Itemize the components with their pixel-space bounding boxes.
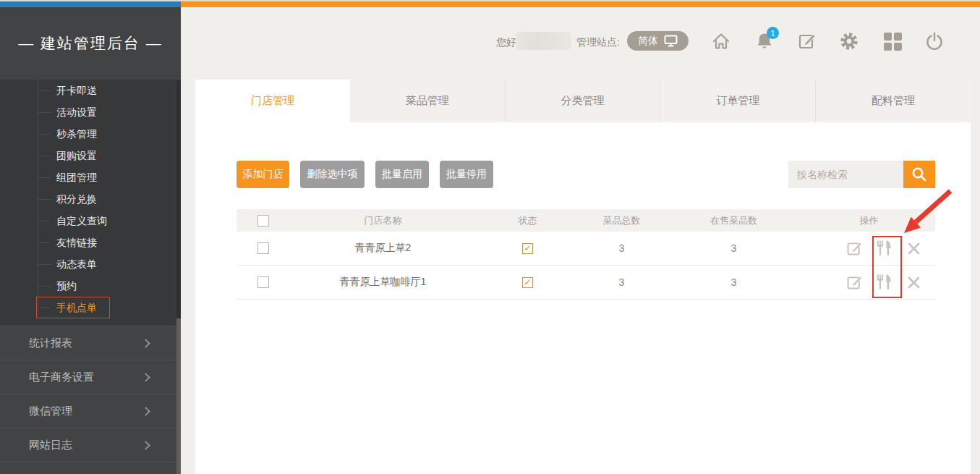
sidebar-submenu: 开卡即送 活动设置 秒杀管理 团购设置 组团管理 积分兑换 自定义查询 友情链接… <box>0 80 181 326</box>
sidebar-scrollbar-thumb[interactable] <box>176 318 181 474</box>
edit-icon[interactable] <box>845 273 864 292</box>
select-all-checkbox[interactable] <box>257 215 269 227</box>
sidebar-item-group-buy[interactable]: 团购设置 <box>0 145 181 166</box>
row-checkbox[interactable] <box>257 242 269 254</box>
section-label: 统计报表 <box>29 337 72 350</box>
header-status: 状态 <box>477 214 579 227</box>
store-name: 青青原上草咖啡厅1 <box>289 276 477 289</box>
dishes-fork-knife-icon[interactable] <box>874 239 893 258</box>
app-window: — 建站管理后台 — 开卡即送 活动设置 秒杀管理 团购设置 组团管理 积分兑换… <box>0 0 980 474</box>
store-name: 青青原上草2 <box>289 242 477 255</box>
sidebar-accent-bar <box>0 1 181 7</box>
header-onsale-count: 在售菜品数 <box>665 214 803 227</box>
sidebar-item-mobile-ordering[interactable]: 手机点单 <box>0 297 181 318</box>
chevron-right-icon <box>141 339 150 348</box>
chevron-right-icon <box>141 407 150 416</box>
monitor-icon <box>664 35 678 47</box>
header-actions: 操作 <box>803 214 935 227</box>
language-label: 简体 <box>638 35 658 48</box>
sidebar-section-wechat[interactable]: 微信管理 <box>0 394 181 428</box>
sidebar-sections: 统计报表 电子商务设置 微信管理 网站日志 <box>0 326 181 474</box>
power-logout-icon[interactable] <box>924 31 945 51</box>
section-label: 网站日志 <box>29 439 72 452</box>
sidebar: — 建站管理后台 — 开卡即送 活动设置 秒杀管理 团购设置 组团管理 积分兑换… <box>0 7 181 474</box>
sidebar-item-reservation[interactable]: 预约 <box>0 275 181 297</box>
section-label: 微信管理 <box>29 405 72 418</box>
status-checkbox-checked[interactable]: ✓ <box>522 243 533 254</box>
delete-x-icon[interactable] <box>904 239 923 258</box>
sidebar-section-ecommerce[interactable]: 电子商务设置 <box>0 360 181 394</box>
batch-disable-button[interactable]: 批量停用 <box>440 161 493 188</box>
tab-order-management[interactable]: 订单管理 <box>660 80 815 122</box>
compose-edit-icon[interactable] <box>797 31 817 51</box>
tab-bar: 门店管理 菜品管理 分类管理 订单管理 配料管理 <box>195 80 971 122</box>
main-accent-bar <box>181 1 980 7</box>
table-header: 门店名称 状态 菜品总数 在售菜品数 操作 <box>237 209 935 232</box>
language-site-button[interactable]: 简体 <box>627 31 689 51</box>
sidebar-item-points-exchange[interactable]: 积分兑换 <box>0 188 181 210</box>
app-title: — 建站管理后台 — <box>0 7 181 80</box>
apps-grid-icon[interactable] <box>882 31 903 51</box>
chevron-right-icon <box>141 373 150 382</box>
tab-category-management[interactable]: 分类管理 <box>505 80 660 122</box>
dishes-fork-knife-icon[interactable] <box>874 273 893 292</box>
sidebar-item-friend-links[interactable]: 友情链接 <box>0 232 181 253</box>
sidebar-item-activity-settings[interactable]: 活动设置 <box>0 101 181 123</box>
dish-total: 3 <box>579 276 665 288</box>
row-checkbox[interactable] <box>257 276 269 288</box>
sidebar-scrollbar-track <box>176 80 181 326</box>
sidebar-item-custom-query[interactable]: 自定义查询 <box>0 210 181 232</box>
header-dish-total: 菜品总数 <box>579 214 665 227</box>
notification-badge: 1 <box>767 27 779 39</box>
sidebar-item-group-manage[interactable]: 组团管理 <box>0 166 181 188</box>
edit-icon[interactable] <box>845 239 864 258</box>
search-icon <box>911 166 927 182</box>
status-checkbox-checked[interactable]: ✓ <box>522 277 533 288</box>
batch-enable-button[interactable]: 批量启用 <box>375 161 429 188</box>
table-row: 青青原上草2 ✓ 3 3 <box>237 232 935 266</box>
sidebar-item-flash-sale[interactable]: 秒杀管理 <box>0 123 181 145</box>
section-spacer <box>0 462 181 474</box>
search-button[interactable] <box>903 161 935 188</box>
table-row: 青青原上草咖啡厅1 ✓ 3 3 <box>237 266 935 300</box>
dish-total: 3 <box>579 242 665 254</box>
site-label: 管理站点: <box>576 36 620 49</box>
chevron-right-icon <box>141 441 150 450</box>
delete-x-icon[interactable] <box>904 273 923 292</box>
header-store-name: 门店名称 <box>289 214 477 227</box>
sidebar-item-dynamic-forms[interactable]: 动态表单 <box>0 253 181 275</box>
username-redacted <box>516 32 571 50</box>
add-store-button[interactable]: 添加门店 <box>237 161 289 188</box>
sidebar-section-statistics[interactable]: 统计报表 <box>0 326 181 360</box>
sidebar-item-card-gift[interactable]: 开卡即送 <box>0 80 181 101</box>
home-icon[interactable] <box>711 31 731 51</box>
settings-gear-icon[interactable] <box>839 31 859 51</box>
tab-ingredient-management[interactable]: 配料管理 <box>815 80 971 122</box>
delete-selected-button[interactable]: 删除选中项 <box>300 161 365 188</box>
onsale-count: 3 <box>665 276 803 288</box>
section-label: 电子商务设置 <box>29 371 94 384</box>
onsale-count: 3 <box>665 242 803 254</box>
tab-dish-management[interactable]: 菜品管理 <box>350 80 505 122</box>
tab-store-management[interactable]: 门店管理 <box>195 80 350 122</box>
sidebar-section-site-logs[interactable]: 网站日志 <box>0 428 181 462</box>
search-input[interactable] <box>788 161 903 188</box>
